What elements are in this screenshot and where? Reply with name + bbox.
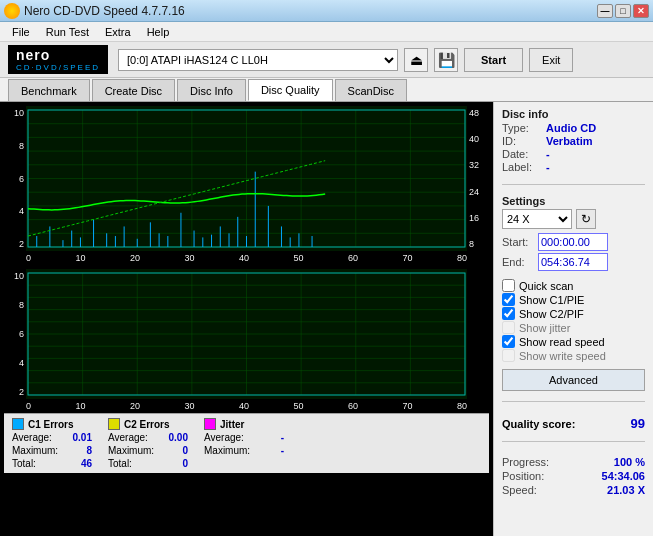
progress-label: Progress: [502,456,549,468]
cb-show-read-speed-label: Show read speed [519,336,605,348]
quality-score-label: Quality score: [502,418,575,430]
checkbox-section: Quick scan Show C1/PIE Show C2/PIF Show … [502,279,645,363]
date-label: Date: [502,148,542,160]
legend-jitter: Jitter Average:- Maximum:- [204,418,284,469]
sidebar: Disc info Type: Audio CD ID: Verbatim Da… [493,102,653,536]
position-label: Position: [502,470,544,482]
c2-max: 0 [182,445,188,456]
start-button[interactable]: Start [464,48,523,72]
c1-total: 46 [81,458,92,469]
speed-select[interactable]: 24 X [502,209,572,229]
cb-show-c1-input[interactable] [502,293,515,306]
tab-create-disc[interactable]: Create Disc [92,79,175,101]
maximize-button[interactable]: □ [615,4,631,18]
c2-avg: 0.00 [169,432,188,443]
bottom-chart-wrapper: 10 8 6 4 2 [4,269,489,399]
type-value: Audio CD [546,122,596,134]
speed-label: Speed: [502,484,537,496]
quality-score-row: Quality score: 99 [502,416,645,431]
disc-info-title: Disc info [502,108,645,120]
jitter-title: Jitter [220,419,244,430]
save-button[interactable]: 💾 [434,48,458,72]
progress-value: 100 % [614,456,645,468]
refresh-button[interactable]: ↻ [576,209,596,229]
top-chart-canvas [26,106,467,251]
logo-nero: nero [16,47,50,63]
jitter-color [204,418,216,430]
cb-show-read-speed: Show read speed [502,335,645,348]
cb-quick-scan-input[interactable] [502,279,515,292]
bottom-chart-left-axis: 10 8 6 4 2 [4,269,26,399]
cb-show-write-speed: Show write speed [502,349,645,362]
c1-title: C1 Errors [28,419,74,430]
c2-color [108,418,120,430]
c1-max: 8 [86,445,92,456]
logo-sub: CD·DVD/SPEED [16,63,100,72]
drive-select[interactable]: [0:0] ATAPI iHAS124 C LL0H [118,49,398,71]
advanced-button[interactable]: Advanced [502,369,645,391]
tab-disc-quality[interactable]: Disc Quality [248,79,333,101]
label-label: Label: [502,161,542,173]
cb-show-jitter: Show jitter [502,321,645,334]
start-label: Start: [502,236,534,248]
settings-title: Settings [502,195,645,207]
date-value: - [546,148,550,160]
cb-show-jitter-input [502,321,515,334]
minimize-button[interactable]: — [597,4,613,18]
top-chart-wrapper: 10 8 6 4 2 48 40 32 24 16 8 [4,106,489,251]
tab-scan-disc[interactable]: ScanDisc [335,79,407,101]
cb-show-write-speed-label: Show write speed [519,350,606,362]
eject-button[interactable]: ⏏ [404,48,428,72]
cb-show-jitter-label: Show jitter [519,322,570,334]
cb-show-c2: Show C2/PIF [502,307,645,320]
cb-quick-scan-label: Quick scan [519,280,573,292]
jitter-max: - [281,445,284,456]
cb-show-c1-label: Show C1/PIE [519,294,584,306]
app-icon [4,3,20,19]
c2-total: 0 [182,458,188,469]
cb-quick-scan: Quick scan [502,279,645,292]
start-time-input[interactable] [538,233,608,251]
label-value: - [546,161,550,173]
tab-disc-info[interactable]: Disc Info [177,79,246,101]
top-chart-right-axis: 48 40 32 24 16 8 [467,106,489,251]
cb-show-write-speed-input [502,349,515,362]
bottom-chart-canvas [26,269,467,399]
progress-section: Progress: 100 % Position: 54:34.06 Speed… [502,456,645,498]
tab-bar: Benchmark Create Disc Disc Info Disc Qua… [0,78,653,102]
top-chart-left-axis: 10 8 6 4 2 [4,106,26,251]
cb-show-c1: Show C1/PIE [502,293,645,306]
id-label: ID: [502,135,542,147]
jitter-avg: - [281,432,284,443]
c2-title: C2 Errors [124,419,170,430]
cb-show-c2-label: Show C2/PIF [519,308,584,320]
speed-value: 21.03 X [607,484,645,496]
cb-show-read-speed-input[interactable] [502,335,515,348]
chart-legend: C1 Errors Average:0.01 Maximum:8 Total:4… [4,413,489,473]
legend-c2: C2 Errors Average:0.00 Maximum:0 Total:0 [108,418,188,469]
menu-file[interactable]: File [4,24,38,40]
toolbar: nero CD·DVD/SPEED [0:0] ATAPI iHAS124 C … [0,42,653,78]
menu-extra[interactable]: Extra [97,24,139,40]
top-x-axis: 0 10 20 30 40 50 60 70 80 [4,251,489,265]
menu-bar: File Run Test Extra Help [0,22,653,42]
title-bar: Nero CD-DVD Speed 4.7.7.16 — □ ✕ [0,0,653,22]
bottom-x-axis: 0 10 20 30 40 50 60 70 80 [4,399,489,413]
end-time-input[interactable] [538,253,608,271]
c1-color [12,418,24,430]
bottom-chart-right-spacer [467,269,489,399]
tab-benchmark[interactable]: Benchmark [8,79,90,101]
quality-score-value: 99 [631,416,645,431]
window-title: Nero CD-DVD Speed 4.7.7.16 [24,4,185,18]
position-value: 54:34.06 [602,470,645,482]
legend-c1: C1 Errors Average:0.01 Maximum:8 Total:4… [12,418,92,469]
cb-show-c2-input[interactable] [502,307,515,320]
close-button[interactable]: ✕ [633,4,649,18]
menu-run-test[interactable]: Run Test [38,24,97,40]
id-value: Verbatim [546,135,592,147]
exit-button[interactable]: Exit [529,48,573,72]
chart-area: 10 8 6 4 2 48 40 32 24 16 8 0 10 20 30 [0,102,493,536]
end-label: End: [502,256,534,268]
menu-help[interactable]: Help [139,24,178,40]
c1-avg: 0.01 [73,432,92,443]
